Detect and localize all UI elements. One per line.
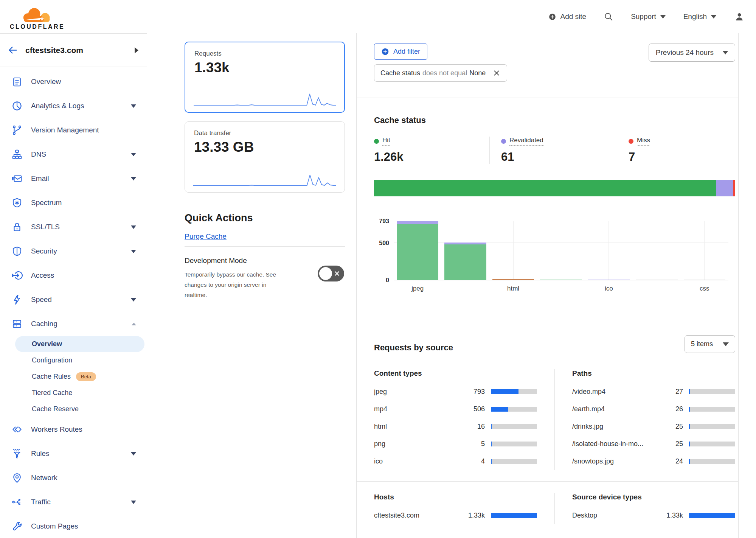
- sidebar-item-speed[interactable]: Speed: [0, 288, 147, 312]
- sidebar-item-label: Workers Routes: [31, 425, 136, 434]
- speed-icon: [11, 294, 23, 305]
- sidebar-item-email[interactable]: Email: [0, 166, 147, 191]
- add-site-button[interactable]: Add site: [548, 12, 586, 21]
- access-icon: [11, 270, 23, 281]
- stat-label[interactable]: Miss: [637, 137, 650, 146]
- source-row-earth-mp4: /earth.mp426: [572, 400, 735, 418]
- chevron-right-icon[interactable]: [135, 47, 138, 53]
- sidebar-item-traffic[interactable]: Traffic: [0, 490, 147, 514]
- items-count-select[interactable]: 5 items: [685, 335, 735, 353]
- source-row-value: 24: [664, 457, 683, 465]
- summary-column: Requests1.33kData transfer13.33 GB Quick…: [147, 33, 356, 538]
- ssl-tls-icon: [11, 221, 23, 233]
- sidebar-item-dns[interactable]: DNS: [0, 142, 147, 166]
- sidebar-item-label: Email: [31, 174, 131, 183]
- network-icon: [11, 472, 23, 484]
- stat-label[interactable]: Hit: [382, 137, 390, 146]
- sidebar-subitem-tiered-cache[interactable]: Tiered Cache: [0, 385, 147, 401]
- source-row-label: Desktop: [572, 512, 664, 519]
- search-icon[interactable]: [604, 12, 613, 22]
- source-row-bar-track: [689, 424, 735, 429]
- chevron-down-icon: [660, 15, 666, 19]
- rules-icon: [11, 448, 23, 459]
- filter-chip[interactable]: Cache status does not equal None: [374, 64, 507, 82]
- sparkline-chart: [194, 89, 336, 107]
- panel-slot-3: Source device typesDesktop1.33k: [554, 493, 735, 524]
- user-icon[interactable]: [734, 11, 745, 22]
- sidebar-item-access[interactable]: Access: [0, 263, 147, 288]
- purge-cache-link[interactable]: Purge Cache: [185, 232, 227, 241]
- chart-bar-5: [636, 280, 677, 280]
- sidebar-item-spectrum[interactable]: Spectrum: [0, 191, 147, 215]
- chevron-down-icon: [131, 177, 136, 180]
- chevron-down-icon: [723, 51, 728, 54]
- quick-actions-title: Quick Actions: [185, 212, 345, 224]
- sidebar-item-overview[interactable]: Overview: [0, 70, 147, 94]
- toggle-off-x-icon: [333, 270, 341, 277]
- sidebar-item-rules[interactable]: Rules: [0, 442, 147, 466]
- source-row-label: html: [374, 423, 466, 431]
- cache-status-section: Cache status Hit1.26kRevalidated61Miss7 …: [357, 98, 738, 316]
- add-filter-button[interactable]: Add filter: [374, 44, 427, 60]
- source-row-bar-fill: [491, 459, 492, 464]
- sidebar-subitem-configuration[interactable]: Configuration: [0, 352, 147, 369]
- source-row-mp4: mp4506: [374, 400, 537, 418]
- source-row-isolated-house-in-mo: /isolated-house-in-mo...25: [572, 435, 735, 452]
- distribution-segment-revalidated: [716, 180, 733, 196]
- sidebar-item-security[interactable]: Security: [0, 239, 147, 263]
- source-row-value: 1.33k: [466, 512, 485, 519]
- source-row-bar-fill: [689, 424, 690, 429]
- metric-card-label: Requests: [194, 50, 335, 58]
- chevron-down-icon: [723, 342, 729, 346]
- cache-status-title: Cache status: [374, 115, 735, 125]
- sidebar-item-custom-pages[interactable]: Custom Pages: [0, 514, 147, 538]
- bar-segment-hit: [540, 280, 582, 280]
- source-row-value: 25: [664, 440, 683, 448]
- sidebar-subitem-overview[interactable]: Overview: [15, 336, 144, 352]
- sidebar-item-version-management[interactable]: Version Management: [0, 118, 147, 142]
- development-mode-toggle[interactable]: [318, 266, 344, 281]
- source-row-value: 16: [466, 423, 485, 431]
- stat-head: Revalidated: [501, 137, 617, 146]
- sidebar-item-workers-routes[interactable]: Workers Routes: [0, 417, 147, 442]
- source-row-value: 5: [466, 440, 485, 448]
- bar-segment-other: [492, 279, 534, 280]
- sidebar-item-network[interactable]: Network: [0, 466, 147, 490]
- time-range-label: Previous 24 hours: [656, 48, 714, 57]
- sidebar-item-caching[interactable]: Caching: [0, 312, 147, 336]
- y-axis-tick-label: 0: [386, 277, 389, 284]
- sidebar-subitem-cache-reserve[interactable]: Cache Reserve: [0, 401, 147, 417]
- site-header[interactable]: cftestsite3.com: [0, 34, 147, 67]
- sidebar-subitem-label: Tiered Cache: [32, 389, 72, 397]
- sidebar-item-ssl-tls[interactable]: SSL/TLS: [0, 215, 147, 239]
- metric-card-data-transfer[interactable]: Data transfer13.33 GB: [185, 121, 345, 193]
- sidebar-subitem-label: Cache Rules: [32, 373, 71, 381]
- sidebar-item-label: Analytics & Logs: [31, 102, 131, 110]
- sidebar-subitem-cache-rules[interactable]: Cache RulesBeta: [0, 369, 147, 385]
- source-row-label: /drinks.jpg: [572, 423, 664, 431]
- source-row-bar-track: [689, 389, 735, 394]
- development-mode-section: Development Mode Temporarily bypass our …: [185, 257, 345, 307]
- stat-label[interactable]: Revalidated: [509, 137, 543, 146]
- source-row-bar-track: [689, 459, 735, 464]
- sidebar-item-label: Overview: [31, 78, 136, 86]
- sidebar: cftestsite3.com OverviewAnalytics & Logs…: [0, 33, 147, 538]
- source-panel-rows: /video.mp427/earth.mp426/drinks.jpg25/is…: [572, 383, 735, 470]
- source-row-bar-track: [491, 442, 537, 446]
- x-axis-tick-label: ico: [605, 285, 613, 292]
- source-row-bar-fill: [491, 442, 492, 446]
- version-management-icon: [11, 124, 23, 136]
- metric-card-requests[interactable]: Requests1.33k: [185, 42, 345, 113]
- time-range-select[interactable]: Previous 24 hours: [649, 44, 735, 62]
- sidebar-item-label: Version Management: [31, 126, 136, 134]
- sidebar-item-analytics-logs[interactable]: Analytics & Logs: [0, 94, 147, 118]
- language-menu[interactable]: English: [683, 12, 717, 21]
- support-menu[interactable]: Support: [631, 12, 666, 21]
- source-row-label: mp4: [374, 405, 466, 413]
- close-icon[interactable]: [492, 69, 501, 77]
- chart-bar-3: [540, 280, 582, 280]
- cache-status-stats: Hit1.26kRevalidated61Miss7: [374, 137, 735, 164]
- cloudflare-wordmark: CLOUDFLARE: [10, 23, 65, 30]
- arrow-left-icon[interactable]: [8, 45, 18, 55]
- stat-value: 61: [501, 150, 617, 164]
